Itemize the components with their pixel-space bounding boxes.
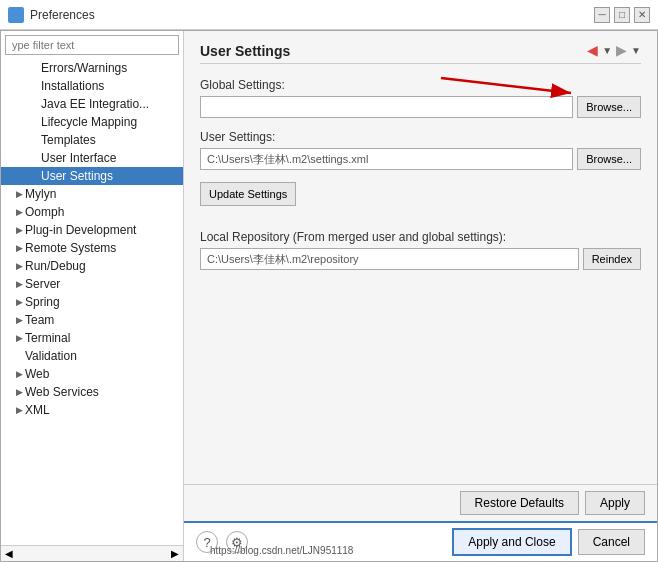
user-settings-row: Browse... (200, 148, 641, 170)
sidebar-label-team: Team (25, 313, 54, 327)
scroll-left-icon[interactable]: ◀ (5, 548, 13, 559)
sidebar-label-user-interface: User Interface (41, 151, 116, 165)
expand-arrow-web-services[interactable]: ▶ (13, 386, 25, 398)
tree-container[interactable]: Errors/WarningsInstallationsJava EE Inte… (1, 59, 183, 545)
content-area: User Settings ◀ ▼ ▶ ▼ Global Settings: (184, 31, 657, 484)
sidebar-item-web[interactable]: ▶Web (1, 365, 183, 383)
sidebar-item-web-services[interactable]: ▶Web Services (1, 383, 183, 401)
sidebar-item-plugin-development[interactable]: ▶Plug-in Development (1, 221, 183, 239)
sidebar-label-errors-warnings: Errors/Warnings (41, 61, 127, 75)
sidebar-label-mylyn: Mylyn (25, 187, 56, 201)
local-repo-section: Local Repository (From merged user and g… (200, 230, 641, 270)
url-text: https://blog.csdn.net/LJN951118 (210, 545, 353, 556)
panel-title: User Settings (200, 43, 641, 64)
sidebar-label-web: Web (25, 367, 49, 381)
sidebar-item-spring[interactable]: ▶Spring (1, 293, 183, 311)
expand-arrow-terminal[interactable]: ▶ (13, 332, 25, 344)
sidebar-item-remote-systems[interactable]: ▶Remote Systems (1, 239, 183, 257)
expand-arrow-remote-systems[interactable]: ▶ (13, 242, 25, 254)
expand-arrow-spring[interactable]: ▶ (13, 296, 25, 308)
app-icon (8, 7, 24, 23)
restore-defaults-button[interactable]: Restore Defaults (460, 491, 579, 515)
close-button[interactable]: ✕ (634, 7, 650, 23)
sidebar-item-xml[interactable]: ▶XML (1, 401, 183, 419)
sidebar-label-templates: Templates (41, 133, 96, 147)
nav-dropdown2-icon[interactable]: ▼ (631, 45, 641, 56)
expand-arrow-plugin-development[interactable]: ▶ (13, 224, 25, 236)
sidebar-item-terminal[interactable]: ▶Terminal (1, 329, 183, 347)
user-settings-label: User Settings: (200, 130, 641, 144)
bottom-bar: Restore Defaults Apply (184, 484, 657, 521)
sidebar-label-xml: XML (25, 403, 50, 417)
sidebar-item-errors-warnings[interactable]: Errors/Warnings (1, 59, 183, 77)
user-browse-button[interactable]: Browse... (577, 148, 641, 170)
sidebar-item-user-interface[interactable]: User Interface (1, 149, 183, 167)
local-repo-label: Local Repository (From merged user and g… (200, 230, 641, 244)
sidebar-label-installations: Installations (41, 79, 104, 93)
window-controls: ─ □ ✕ (594, 7, 650, 23)
sidebar-label-validation: Validation (25, 349, 77, 363)
sidebar-label-terminal: Terminal (25, 331, 70, 345)
nav-forward-icon[interactable]: ▶ (616, 42, 627, 58)
nav-back-icon[interactable]: ◀ (587, 42, 598, 58)
global-settings-row: Browse... (200, 96, 641, 118)
apply-and-close-button[interactable]: Apply and Close (452, 528, 571, 556)
user-settings-input[interactable] (200, 148, 573, 170)
sidebar-label-oomph: Oomph (25, 205, 64, 219)
right-panel: User Settings ◀ ▼ ▶ ▼ Global Settings: (184, 31, 657, 561)
sidebar-item-server[interactable]: ▶Server (1, 275, 183, 293)
sidebar-label-spring: Spring (25, 295, 60, 309)
sidebar-label-plugin-development: Plug-in Development (25, 223, 136, 237)
left-panel: Errors/WarningsInstallationsJava EE Inte… (1, 31, 184, 561)
sidebar-label-user-settings: User Settings (41, 169, 113, 183)
footer: ? ⚙ https://blog.csdn.net/LJN951118 Appl… (184, 521, 657, 561)
local-repo-row: Reindex (200, 248, 641, 270)
expand-arrow-run-debug[interactable]: ▶ (13, 260, 25, 272)
expand-arrow-web[interactable]: ▶ (13, 368, 25, 380)
local-repo-input[interactable] (200, 248, 579, 270)
sidebar-item-oomph[interactable]: ▶Oomph (1, 203, 183, 221)
sidebar-item-validation[interactable]: Validation (1, 347, 183, 365)
update-settings-button[interactable]: Update Settings (200, 182, 296, 206)
sidebar-item-team[interactable]: ▶Team (1, 311, 183, 329)
expand-arrow-xml[interactable]: ▶ (13, 404, 25, 416)
maximize-button[interactable]: □ (614, 7, 630, 23)
titlebar-left: Preferences (8, 7, 95, 23)
sidebar-label-remote-systems: Remote Systems (25, 241, 116, 255)
sidebar-label-web-services: Web Services (25, 385, 99, 399)
sidebar-item-templates[interactable]: Templates (1, 131, 183, 149)
global-settings-label: Global Settings: (200, 78, 641, 92)
sidebar-label-java-ee-integration: Java EE Integratio... (41, 97, 149, 111)
sidebar-item-lifecycle-mapping[interactable]: Lifecycle Mapping (1, 113, 183, 131)
nav-dropdown-icon[interactable]: ▼ (602, 45, 612, 56)
global-browse-button[interactable]: Browse... (577, 96, 641, 118)
sidebar-item-java-ee-integration[interactable]: Java EE Integratio... (1, 95, 183, 113)
sidebar-item-user-settings[interactable]: User Settings (1, 167, 183, 185)
titlebar: Preferences ─ □ ✕ (0, 0, 658, 30)
sidebar-label-lifecycle-mapping: Lifecycle Mapping (41, 115, 137, 129)
expand-arrow-mylyn[interactable]: ▶ (13, 188, 25, 200)
sidebar-label-run-debug: Run/Debug (25, 259, 86, 273)
sidebar-label-server: Server (25, 277, 60, 291)
expand-arrow-server[interactable]: ▶ (13, 278, 25, 290)
reindex-button[interactable]: Reindex (583, 248, 641, 270)
main-container: Errors/WarningsInstallationsJava EE Inte… (0, 30, 658, 562)
apply-button[interactable]: Apply (585, 491, 645, 515)
sidebar-item-run-debug[interactable]: ▶Run/Debug (1, 257, 183, 275)
sidebar-item-mylyn[interactable]: ▶Mylyn (1, 185, 183, 203)
expand-arrow-team[interactable]: ▶ (13, 314, 25, 326)
filter-input[interactable] (5, 35, 179, 55)
expand-arrow-oomph[interactable]: ▶ (13, 206, 25, 218)
global-settings-input[interactable] (200, 96, 573, 118)
minimize-button[interactable]: ─ (594, 7, 610, 23)
footer-right: https://blog.csdn.net/LJN951118 Apply an… (452, 528, 645, 556)
cancel-button[interactable]: Cancel (578, 529, 645, 555)
sidebar-item-installations[interactable]: Installations (1, 77, 183, 95)
scroll-indicator: ◀ ▶ (1, 545, 183, 561)
window-title: Preferences (30, 8, 95, 22)
scroll-right-icon[interactable]: ▶ (171, 548, 179, 559)
